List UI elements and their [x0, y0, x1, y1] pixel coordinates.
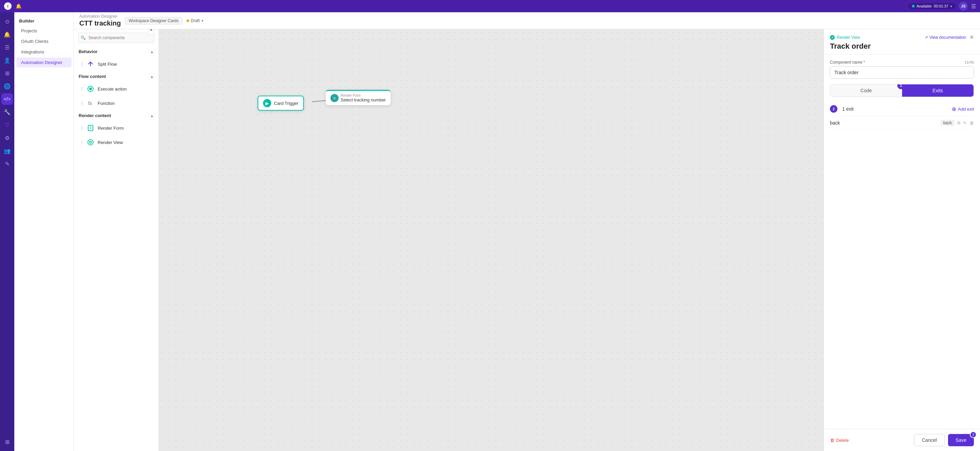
component-panel: ◀ 🔍 Behavior ▲ ⣿ Split Flow Flow content: [74, 29, 159, 451]
exits-count-label: 1 exit: [842, 106, 853, 112]
view-documentation-button[interactable]: ↗ View documentation: [924, 35, 966, 40]
delete-button[interactable]: 🗑 Delete: [830, 438, 849, 443]
app-logo[interactable]: t: [4, 2, 11, 10]
component-split-flow[interactable]: ⣿ Split Flow: [76, 57, 156, 71]
add-exit-button[interactable]: ⊕ Add exit: [952, 106, 974, 112]
sidebar-icon-grid[interactable]: ⊞: [2, 67, 13, 79]
availability-indicator[interactable]: Available 00:01:37 ▾: [908, 3, 956, 9]
sidebar-icon-code[interactable]: </>: [2, 93, 13, 105]
workspace: ◀ 🔍 Behavior ▲ ⣿ Split Flow Flow content: [74, 29, 980, 451]
tab-exits[interactable]: Exits: [902, 84, 974, 97]
sidebar-icon-user[interactable]: 👤: [2, 54, 13, 66]
nav-item-oauth[interactable]: OAuth Clients: [16, 37, 72, 46]
card-trigger-icon: ▶: [263, 99, 271, 107]
component-function[interactable]: ⣿ fx Function: [76, 96, 156, 110]
component-name-field-label: Component name * 11/40: [830, 60, 974, 65]
sidebar-icon-apps[interactable]: ⊞: [2, 436, 13, 448]
nav-item-automation-designer[interactable]: Automation Designer: [16, 57, 72, 67]
section-behavior-label: Behavior: [79, 49, 98, 54]
nav-panel: Builder Projects OAuth Clients Integrati…: [14, 12, 74, 451]
workspace-badge[interactable]: Workspace Designer Cards: [125, 17, 182, 24]
node-render-form[interactable]: ≡ Render Form Select tracking number: [326, 90, 391, 105]
svg-point-7: [89, 141, 92, 143]
user-avatar[interactable]: JS: [959, 2, 968, 11]
search-input[interactable]: [78, 33, 154, 43]
exit-tag: back: [940, 120, 955, 126]
delete-exit-button[interactable]: 🗑: [969, 121, 974, 126]
svg-point-6: [88, 140, 93, 145]
chevron-down-icon: ▾: [950, 5, 952, 8]
trash-icon: 🗑: [830, 438, 834, 443]
char-count: 11/40: [964, 60, 974, 64]
topbar: t 🔔 Available 00:01:37 ▾ JS ☰: [0, 0, 980, 12]
exits-number-badge: 2: [830, 105, 837, 113]
page-header: Automation Designer CTT tracking Workspa…: [74, 12, 980, 29]
sidebar-icon-list[interactable]: ☰: [2, 41, 13, 53]
drag-handle-icon-4: ⣿: [81, 126, 83, 131]
split-flow-icon: [87, 60, 94, 68]
topbar-right: Available 00:01:37 ▾ JS ☰: [908, 2, 976, 11]
render-form-label: Render Form: [98, 126, 124, 131]
exits-count-row: 2 1 exit ⊕ Add exit: [830, 102, 974, 116]
render-view-icon: [87, 139, 94, 146]
search-box: 🔍: [74, 29, 159, 46]
tab-code[interactable]: Code 1: [830, 84, 902, 97]
sidebar-icon-puzzle[interactable]: 🔧: [2, 106, 13, 118]
copy-exit-button[interactable]: ⧉: [957, 120, 960, 126]
render-view-label-component: Render View: [98, 140, 123, 145]
panel-title-row: Track order: [830, 42, 974, 51]
sidebar-icon-edit[interactable]: ✎: [2, 158, 13, 169]
required-indicator: *: [863, 60, 865, 65]
sidebar-icon-bell[interactable]: 🔔: [2, 29, 13, 40]
panel-actions: ↗ View documentation ✕: [924, 34, 974, 40]
function-icon: fx: [87, 99, 94, 107]
section-flow-content[interactable]: Flow content ▲: [74, 71, 159, 82]
plus-icon: ⊕: [952, 106, 956, 112]
execute-action-icon: [87, 85, 94, 92]
component-name-input[interactable]: [830, 66, 974, 79]
component-render-view[interactable]: ⣿ Render View: [76, 135, 156, 149]
exit-name: back: [830, 120, 938, 126]
breadcrumb: Automation Designer: [79, 14, 121, 19]
render-form-node-icon: ≡: [331, 94, 339, 102]
cancel-button[interactable]: Cancel: [914, 434, 945, 446]
search-icon: 🔍: [81, 35, 86, 40]
sidebar-icon-home[interactable]: ⊙: [2, 16, 13, 27]
notification-bell-icon[interactable]: 🔔: [16, 3, 21, 9]
close-panel-button[interactable]: ✕: [969, 34, 974, 40]
section-behavior[interactable]: Behavior ▲: [74, 46, 159, 57]
svg-text:fx: fx: [88, 101, 92, 106]
save-step-badge: 3: [970, 431, 977, 438]
draft-badge[interactable]: Draft ▾: [186, 18, 204, 23]
right-panel-footer: 🗑 Delete Cancel Save 3: [824, 429, 980, 451]
right-panel: ● Render View ↗ View documentation ✕ Tra…: [824, 29, 980, 451]
page-title: CTT tracking: [79, 19, 121, 27]
drag-handle-icon-2: ⣿: [81, 87, 83, 91]
execute-action-label: Execute action: [98, 86, 127, 92]
chevron-down-icon: ▾: [202, 18, 204, 23]
node-card-trigger[interactable]: ▶ Card Trigger: [258, 96, 304, 111]
sidebar-icon-heart[interactable]: ♡: [2, 119, 13, 131]
save-button[interactable]: Save 3: [948, 434, 974, 446]
icon-sidebar: ⊙ 🔔 ☰ 👤 ⊞ 🌐 </> 🔧 ♡ ⚙ 👥 ✎ ⊞: [0, 12, 14, 451]
chevron-up-icon-2: ▲: [150, 75, 154, 79]
edit-exit-button[interactable]: ✎: [963, 121, 967, 126]
flow-connector: [159, 29, 824, 451]
section-render-content-label: Render content: [79, 113, 111, 118]
nav-item-integrations[interactable]: Integrations: [16, 47, 72, 57]
sidebar-icon-globe[interactable]: 🌐: [2, 80, 13, 92]
component-render-form[interactable]: ⣿ Render Form: [76, 121, 156, 135]
svg-rect-3: [88, 125, 93, 131]
component-execute-action[interactable]: ⣿ Execute action: [76, 82, 156, 96]
nav-item-projects[interactable]: Projects: [16, 26, 72, 36]
canvas: ▶ Card Trigger ≡ Render Form Select trac…: [159, 29, 824, 451]
sidebar-icon-gear[interactable]: ⚙: [2, 132, 13, 143]
drag-handle-icon-3: ⣿: [81, 101, 83, 105]
hamburger-menu-icon[interactable]: ☰: [971, 3, 976, 10]
sidebar-icon-person[interactable]: 👥: [2, 145, 13, 156]
main-area: Automation Designer CTT tracking Workspa…: [74, 12, 980, 451]
available-dot-icon: [912, 5, 915, 8]
render-form-icon: [87, 124, 94, 132]
panel-toggle-button[interactable]: ◀: [148, 29, 154, 35]
section-render-content[interactable]: Render content ▲: [74, 110, 159, 121]
